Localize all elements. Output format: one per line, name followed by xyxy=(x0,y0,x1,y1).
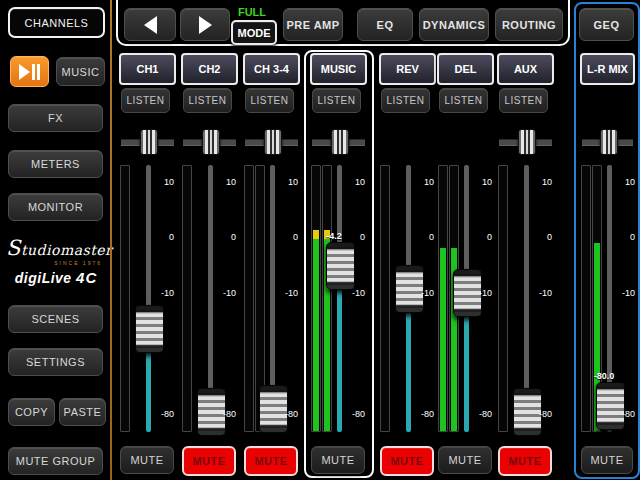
scale-tick: -10 xyxy=(217,288,236,298)
channel-select-button[interactable]: CH2 xyxy=(181,53,238,85)
paste-button[interactable]: PASTE xyxy=(59,398,106,426)
scenes-button[interactable]: SCENES xyxy=(8,305,103,333)
scale-tick: 0 xyxy=(473,232,492,242)
fader-knob[interactable] xyxy=(596,382,625,430)
pan-slider[interactable] xyxy=(243,128,300,154)
listen-button[interactable]: LISTEN xyxy=(245,88,294,113)
pan-knob[interactable] xyxy=(264,129,282,155)
listen-button[interactable]: LISTEN xyxy=(439,88,488,113)
channel-strip-lr-mix: L-R MIX LISTEN 10 0 -10 -80 -80.0 MUTE xyxy=(580,50,635,477)
pause-icon xyxy=(37,64,40,80)
scale-tick: 10 xyxy=(217,177,236,187)
channel-strip-del: DEL LISTEN 10 0 -10 -80 MUTE xyxy=(437,50,494,477)
copy-button[interactable]: COPY xyxy=(8,398,55,426)
mute-button[interactable]: MUTE xyxy=(498,446,552,476)
scale-tick: 10 xyxy=(155,177,174,187)
fader-knob[interactable] xyxy=(326,242,355,290)
listen-button[interactable]: LISTEN xyxy=(381,88,430,113)
fader-knob[interactable] xyxy=(135,305,164,353)
scale-tick: -80 xyxy=(616,409,635,419)
fader-track xyxy=(146,165,151,432)
pre-amp-button[interactable]: PRE AMP xyxy=(283,8,343,41)
meter-fill xyxy=(313,230,319,431)
mute-button[interactable]: MUTE xyxy=(311,446,365,474)
scale-tick: -10 xyxy=(473,288,492,298)
scale-tick: -80 xyxy=(533,409,552,419)
channel-select-button[interactable]: AUX xyxy=(497,53,554,85)
mode-button[interactable]: MODE xyxy=(231,20,277,45)
fader-area: 10 0 -10 -80 xyxy=(437,165,494,432)
listen-button[interactable]: LISTEN xyxy=(312,88,361,113)
arrow-right-icon xyxy=(199,16,212,34)
channel-strip-ch1: CH1 LISTEN 10 0 -10 -80 MUTE xyxy=(119,50,176,477)
scale-tick: 10 xyxy=(279,177,298,187)
level-meter xyxy=(322,165,332,432)
pan-slider[interactable] xyxy=(497,128,554,154)
mute-group-button[interactable]: MUTE GROUP xyxy=(8,447,103,475)
scale-tick: -80 xyxy=(279,409,298,419)
settings-button[interactable]: SETTINGS xyxy=(8,348,103,376)
scale-tick: -80 xyxy=(415,409,434,419)
channel-select-button[interactable]: CH 3-4 xyxy=(243,53,300,85)
meters-button[interactable]: METERS xyxy=(8,150,103,178)
channel-select-button[interactable]: MUSIC xyxy=(310,53,367,85)
pan-slider[interactable] xyxy=(181,128,238,154)
mute-button[interactable]: MUTE xyxy=(438,446,492,474)
music-source-button[interactable]: MUSIC xyxy=(56,57,105,86)
play-pause-button[interactable] xyxy=(10,56,49,87)
fader-area: 10 0 -10 -80 xyxy=(379,165,436,432)
sidebar-divider xyxy=(110,0,112,480)
mute-button[interactable]: MUTE xyxy=(380,446,434,476)
mute-button[interactable]: MUTE xyxy=(244,446,298,476)
pan-knob[interactable] xyxy=(331,129,349,155)
level-meter xyxy=(438,165,448,432)
channel-select-button[interactable]: L-R MIX xyxy=(580,53,635,85)
scale-tick: 0 xyxy=(155,232,174,242)
play-icon xyxy=(19,64,30,80)
brand-tagline: SINCE 1976 xyxy=(6,260,102,266)
channel-strip-aux: AUX LISTEN 10 0 -10 -80 MUTE xyxy=(497,50,554,477)
geq-button[interactable]: GEQ xyxy=(579,8,634,41)
eq-button[interactable]: EQ xyxy=(357,8,413,41)
scale-tick: -10 xyxy=(533,288,552,298)
scale-tick: -80 xyxy=(217,409,236,419)
scale-tick: 0 xyxy=(279,232,298,242)
pan-knob[interactable] xyxy=(600,129,618,155)
pan-slider[interactable] xyxy=(580,128,635,154)
arrow-left-icon xyxy=(144,16,157,34)
mute-button[interactable]: MUTE xyxy=(120,446,174,474)
pan-slider[interactable] xyxy=(310,128,367,154)
channel-select-button[interactable]: DEL xyxy=(437,53,494,85)
mute-button[interactable]: MUTE xyxy=(581,446,633,474)
pan-slider[interactable] xyxy=(119,128,176,154)
brand-logo: Studiomaster SINCE 1976 digiLive 4C xyxy=(6,236,106,286)
meter-fill xyxy=(440,248,446,431)
scale-tick: 0 xyxy=(616,232,635,242)
pan-knob[interactable] xyxy=(518,129,536,155)
mute-button[interactable]: MUTE xyxy=(182,446,236,476)
monitor-button[interactable]: MONITOR xyxy=(8,193,103,221)
channel-select-button[interactable]: REV xyxy=(379,53,436,85)
pan-knob[interactable] xyxy=(202,129,220,155)
pan-knob[interactable] xyxy=(140,129,158,155)
prev-channel-button[interactable] xyxy=(124,8,176,41)
sidebar: CHANNELS MUSIC FX METERS MONITOR Studiom… xyxy=(0,0,112,480)
level-meter xyxy=(244,165,254,432)
mode-state-label: FULL xyxy=(230,6,274,18)
channel-select-button[interactable]: CH1 xyxy=(119,53,176,85)
routing-button[interactable]: ROUTING xyxy=(495,8,563,41)
level-meter xyxy=(498,165,508,432)
next-channel-button[interactable] xyxy=(180,8,230,41)
fader-area: 10 0 -10 -80 xyxy=(119,165,176,432)
studiomaster-logo: Studiomaster xyxy=(6,236,106,260)
listen-button[interactable]: LISTEN xyxy=(183,88,232,113)
level-meter xyxy=(182,165,192,432)
scale-tick: -80 xyxy=(155,409,174,419)
listen-button[interactable]: LISTEN xyxy=(499,88,548,113)
channel-strip-rev: REV LISTEN 10 0 -10 -80 MUTE xyxy=(379,50,436,477)
fx-button[interactable]: FX xyxy=(8,104,103,132)
fader-track xyxy=(337,165,342,432)
channels-button[interactable]: CHANNELS xyxy=(8,7,105,38)
dynamics-button[interactable]: DYNAMICS xyxy=(419,8,489,41)
listen-button[interactable]: LISTEN xyxy=(121,88,170,113)
